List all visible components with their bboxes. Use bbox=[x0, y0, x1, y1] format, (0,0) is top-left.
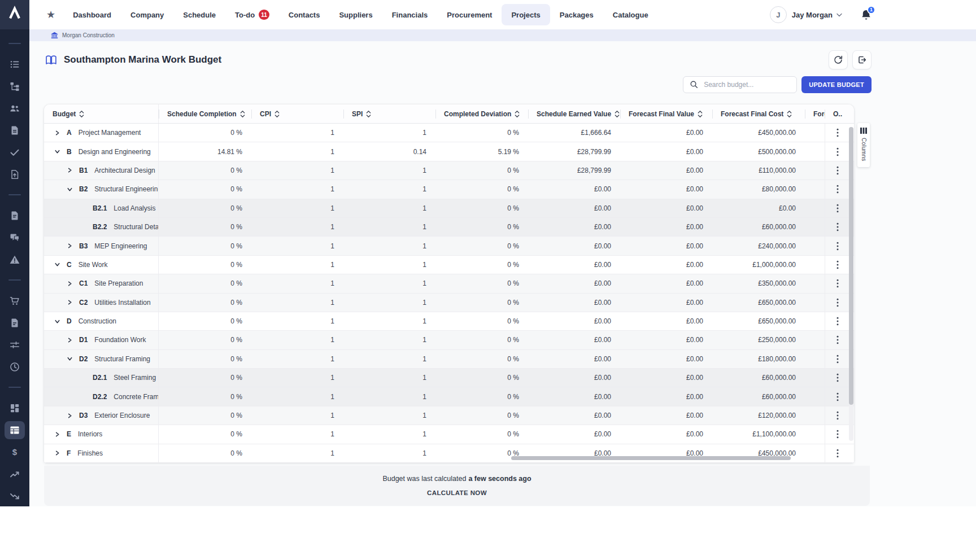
columns-panel-toggle[interactable]: Columns bbox=[857, 123, 870, 167]
user-menu[interactable]: J Jay Morgan 1 bbox=[770, 6, 872, 23]
sidebar-item-table[interactable] bbox=[5, 421, 25, 439]
budget-cell: C1Site Preparation bbox=[44, 274, 159, 292]
sidebar-item-file-upload[interactable] bbox=[5, 165, 25, 183]
sidebar-item-org-chart[interactable] bbox=[5, 77, 25, 95]
nav-item-financials[interactable]: Financials bbox=[382, 4, 438, 25]
sidebar-item-clock[interactable] bbox=[5, 358, 25, 376]
sidebar-item-notes[interactable] bbox=[5, 314, 25, 332]
chevron-right-icon[interactable] bbox=[54, 450, 61, 456]
nav-item-schedule[interactable]: Schedule bbox=[173, 4, 225, 25]
cpi-cell: 1 bbox=[251, 294, 343, 312]
nav-item-projects[interactable]: Projects bbox=[502, 4, 550, 25]
kebab-menu-icon[interactable] bbox=[834, 427, 841, 441]
kebab-menu-icon[interactable] bbox=[834, 277, 841, 290]
chevron-down-icon[interactable] bbox=[54, 318, 61, 325]
completed-deviation-cell: 0 % bbox=[435, 274, 528, 292]
column-header-completed-deviation[interactable]: Completed Deviation bbox=[435, 104, 528, 123]
kebab-menu-icon[interactable] bbox=[834, 314, 841, 328]
schedule-completion-cell: 0 % bbox=[159, 294, 251, 312]
chevron-down-icon[interactable] bbox=[54, 148, 61, 155]
kebab-menu-icon[interactable] bbox=[834, 352, 841, 366]
nav-item-procurement[interactable]: Procurement bbox=[437, 4, 502, 25]
kebab-menu-icon[interactable] bbox=[834, 258, 841, 272]
kebab-menu-icon[interactable] bbox=[834, 371, 841, 384]
chevron-right-icon[interactable] bbox=[67, 299, 73, 305]
kebab-menu-icon[interactable] bbox=[834, 296, 841, 309]
nav-item-suppliers[interactable]: Suppliers bbox=[329, 4, 382, 25]
breadcrumb: Morgan Construction bbox=[29, 29, 976, 41]
nav-item-contacts[interactable]: Contacts bbox=[279, 4, 330, 25]
chevron-right-icon[interactable] bbox=[54, 130, 61, 136]
search-input[interactable] bbox=[683, 76, 797, 93]
kebab-menu-icon[interactable] bbox=[834, 145, 841, 159]
chevron-down-icon[interactable] bbox=[54, 261, 61, 268]
kebab-menu-icon[interactable] bbox=[834, 409, 841, 422]
sidebar-item-invoice[interactable] bbox=[5, 207, 25, 225]
sidebar-item-warning[interactable] bbox=[5, 251, 25, 269]
column-header-cpi[interactable]: CPI bbox=[251, 104, 343, 123]
app-logo[interactable] bbox=[0, 0, 29, 29]
update-budget-button[interactable]: UPDATE BUDGET bbox=[801, 76, 872, 93]
column-header-forecast-final-cost[interactable]: Forecast Final Cost bbox=[712, 104, 805, 123]
horizontal-scrollbar[interactable] bbox=[511, 456, 791, 460]
favorites-star-icon[interactable]: ★ bbox=[46, 10, 55, 20]
forecast-final-value-cell: £0.00 bbox=[620, 331, 712, 349]
schedule-completion-cell: 0 % bbox=[159, 274, 251, 292]
sidebar-item-cart[interactable] bbox=[5, 292, 25, 310]
forecast-final-value-cell: £0.00 bbox=[620, 294, 712, 312]
kebab-menu-icon[interactable] bbox=[834, 164, 841, 177]
column-header-schedule-completion[interactable]: Schedule Completion bbox=[159, 104, 251, 123]
sidebar-item-dollar[interactable]: $ bbox=[5, 443, 25, 461]
chevron-right-icon[interactable] bbox=[67, 337, 73, 343]
sidebar-item-chat[interactable] bbox=[5, 229, 25, 247]
refresh-button[interactable] bbox=[829, 50, 848, 69]
schedule-earned-value-cell: £0.00 bbox=[528, 294, 620, 312]
avatar[interactable]: J bbox=[770, 6, 787, 23]
export-button[interactable] bbox=[852, 50, 872, 69]
nav-item-to-do[interactable]: To-do11 bbox=[225, 4, 279, 25]
nav-item-dashboard[interactable]: Dashboard bbox=[63, 4, 121, 25]
chevron-down-icon[interactable] bbox=[67, 356, 73, 362]
sidebar-item-list[interactable] bbox=[5, 55, 25, 73]
chevron-right-icon[interactable] bbox=[54, 431, 61, 438]
table-row-d3: D3Exterior Enclosure0 %110 %£0.00£0.00£1… bbox=[44, 406, 854, 425]
chevron-down-icon bbox=[836, 13, 842, 17]
kebab-menu-icon[interactable] bbox=[834, 220, 841, 234]
forecast-final-value-cell: £0.00 bbox=[620, 199, 712, 217]
column-header-spi[interactable]: SPI bbox=[343, 104, 435, 123]
sidebar-item-sliders[interactable] bbox=[5, 336, 25, 354]
kebab-menu-icon[interactable] bbox=[834, 333, 841, 347]
kebab-menu-icon[interactable] bbox=[834, 447, 841, 460]
calculate-now-button[interactable]: CALCULATE NOW bbox=[424, 489, 490, 497]
sidebar-item-trend-up[interactable] bbox=[5, 465, 25, 483]
notifications-bell-icon[interactable]: 1 bbox=[861, 9, 872, 21]
breadcrumb-company[interactable]: Morgan Construction bbox=[62, 32, 115, 38]
nav-item-catalogue[interactable]: Catalogue bbox=[603, 4, 658, 25]
chevron-right-icon[interactable] bbox=[67, 413, 73, 419]
kebab-menu-icon[interactable] bbox=[834, 182, 841, 196]
vertical-scrollbar[interactable] bbox=[849, 127, 853, 405]
schedule-completion-cell: 0 % bbox=[159, 161, 251, 180]
kebab-menu-icon[interactable] bbox=[834, 202, 841, 215]
column-header-budget[interactable]: Budget bbox=[44, 104, 159, 123]
kebab-menu-icon[interactable] bbox=[834, 390, 841, 404]
chevron-down-icon[interactable] bbox=[67, 186, 73, 193]
nav-item-packages[interactable]: Packages bbox=[550, 4, 603, 25]
warning-icon bbox=[9, 254, 20, 265]
budget-name: Design and Engineering bbox=[79, 148, 151, 156]
column-header-schedule-earned-value[interactable]: Schedule Earned Value bbox=[528, 104, 620, 123]
nav-item-company[interactable]: Company bbox=[121, 4, 173, 25]
sidebar-item-trend-down[interactable] bbox=[5, 487, 25, 505]
kebab-menu-icon[interactable] bbox=[834, 239, 841, 253]
chevron-right-icon[interactable] bbox=[67, 243, 73, 249]
sidebar-item-check[interactable] bbox=[5, 143, 25, 161]
chevron-right-icon[interactable] bbox=[67, 167, 73, 173]
forecast-final-cost-cell: £500,000.00 bbox=[712, 142, 805, 160]
column-header-forecast-final-value[interactable]: Forecast Final Value bbox=[620, 104, 712, 123]
sidebar-item-document[interactable] bbox=[5, 121, 25, 139]
sidebar-item-users[interactable] bbox=[5, 99, 25, 117]
kebab-menu-icon[interactable] bbox=[834, 126, 841, 139]
sidebar-item-dashboard[interactable] bbox=[5, 399, 25, 417]
chevron-right-icon[interactable] bbox=[67, 281, 73, 287]
row-options-cell bbox=[825, 387, 849, 405]
